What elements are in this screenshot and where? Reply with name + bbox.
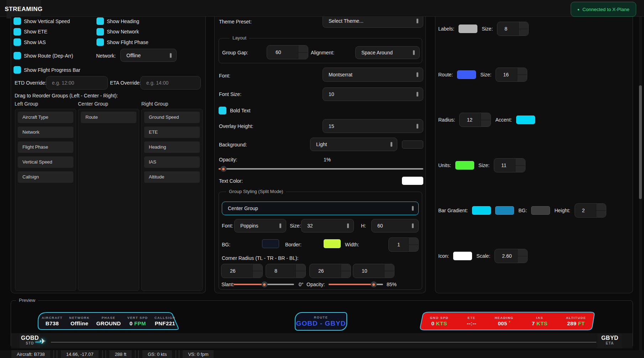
group-item[interactable]: Altitude	[144, 171, 200, 183]
spinner-down-button[interactable]	[517, 75, 527, 82]
corner-radius-bl-input[interactable]: 10	[353, 264, 394, 278]
spinner-up-button[interactable]	[518, 249, 527, 256]
slant-slider[interactable]	[234, 282, 294, 287]
group-item[interactable]: Flight Phase	[18, 141, 73, 153]
radius-input[interactable]: 12	[459, 113, 491, 127]
spinner-up-button[interactable]	[409, 238, 418, 245]
slider-handle-icon[interactable]	[220, 166, 226, 172]
group-item[interactable]: Route	[81, 112, 136, 123]
slider-track[interactable]	[219, 168, 423, 170]
etd-override-input[interactable]	[46, 76, 108, 90]
eta-override-input[interactable]	[140, 76, 201, 90]
spinner-up-button[interactable]	[481, 113, 491, 120]
checkbox-show-heading[interactable]	[96, 17, 104, 25]
checkbox-show-flight-phase[interactable]	[96, 38, 104, 46]
spinner-down-button[interactable]	[515, 166, 525, 172]
checkbox-show-ete[interactable]	[14, 28, 21, 36]
slider-handle-icon[interactable]	[261, 282, 267, 288]
alignment-select[interactable]: Space Around	[355, 46, 420, 59]
slider-handle-icon[interactable]	[371, 282, 377, 288]
dropdown-indicator-icon	[413, 50, 415, 55]
group-bg-swatch[interactable]	[262, 239, 279, 248]
spinner-up-button[interactable]	[384, 264, 394, 271]
route-size-input[interactable]: 16	[496, 68, 527, 82]
route-color-swatch[interactable]	[457, 70, 476, 79]
units-color-row: Units: Size: 11	[438, 158, 530, 172]
spinner-up-button[interactable]	[298, 46, 308, 53]
corner-radius-br-input[interactable]: 26	[309, 264, 351, 278]
group-border-swatch[interactable]	[324, 239, 341, 248]
spinner-up-button[interactable]	[515, 159, 525, 166]
icon-color-swatch[interactable]	[453, 252, 472, 260]
corner-radius-tl-input[interactable]: 26	[221, 264, 263, 278]
spinner-down-button[interactable]	[384, 271, 394, 278]
spinner-up-button[interactable]	[596, 204, 606, 211]
group-item[interactable]: Network	[18, 127, 73, 138]
opacity-slider[interactable]	[219, 166, 423, 172]
spinner-down-button[interactable]	[298, 53, 308, 59]
theme-preset-select[interactable]: Select Theme...	[323, 17, 423, 28]
preview-cell-label: HEADING	[495, 316, 514, 320]
group-item[interactable]: Aircraft Type	[18, 112, 73, 123]
network-select[interactable]: Offline	[120, 49, 177, 62]
group-item[interactable]: Vertical Speed	[18, 156, 73, 168]
border-width-input[interactable]: 1	[388, 237, 419, 252]
bar-height-input[interactable]: 2	[575, 203, 606, 218]
spinner-up-button[interactable]	[519, 22, 528, 29]
spinner-up-button[interactable]	[341, 264, 351, 271]
preview-right-group: GND SPD 0 KTS ETE --:-- HEADING 005 ° IA…	[421, 312, 595, 330]
bar-bg-swatch[interactable]	[531, 206, 550, 215]
group-gap-input[interactable]: 60	[267, 45, 308, 59]
group-opacity-slider[interactable]	[329, 282, 383, 287]
group-item[interactable]: Heading	[144, 141, 200, 153]
group-item[interactable]: Callsign	[18, 171, 73, 183]
checkbox-show-flight-progress-bar[interactable]	[14, 66, 21, 74]
group-item[interactable]: ETE	[144, 127, 200, 138]
bar-gradient-label: Bar Gradient:	[438, 208, 468, 213]
spinner-down-button[interactable]	[519, 29, 528, 36]
corner-radius-tr-value: 8	[274, 268, 277, 274]
group-item[interactable]: Ground Speed	[144, 112, 200, 123]
background-select[interactable]: Light	[310, 138, 397, 151]
units-color-swatch[interactable]	[455, 161, 474, 170]
units-size-value: 11	[501, 162, 507, 168]
accent-color-swatch[interactable]	[516, 116, 535, 124]
group-select[interactable]: Center Group	[222, 202, 419, 215]
spinner-down-button[interactable]	[518, 256, 527, 263]
checkbox-show-vertical-speed[interactable]	[14, 17, 21, 25]
font-select[interactable]: Montserrat	[323, 68, 423, 82]
tab-streaming[interactable]: STREAMING	[6, 0, 41, 18]
spinner-down-button[interactable]	[596, 211, 606, 218]
icon-scale-input[interactable]: 2.60	[494, 249, 528, 263]
checkbox-show-ias[interactable]	[14, 38, 21, 46]
group-size-select[interactable]: 32	[301, 219, 354, 233]
spinner-up-button[interactable]	[296, 264, 305, 271]
group-height-select[interactable]: 60	[371, 219, 419, 233]
checkbox-label: Show Vertical Speed	[24, 18, 70, 24]
units-size-input[interactable]: 11	[494, 158, 525, 172]
font-size-select[interactable]: 10	[323, 87, 423, 101]
text-color-swatch[interactable]	[402, 177, 423, 185]
checkbox-bold-text[interactable]	[219, 107, 226, 114]
spinner-up-button[interactable]	[517, 68, 527, 75]
checkbox-show-route[interactable]	[14, 52, 21, 59]
group-item[interactable]: IAS	[144, 156, 200, 168]
spinner-down-button[interactable]	[481, 120, 491, 127]
preview-cell-value: 005 °	[495, 320, 514, 326]
checkbox-show-network[interactable]	[96, 28, 104, 36]
plane-icon: ✈	[40, 337, 46, 346]
spinner-down-button[interactable]	[253, 271, 262, 278]
spinner-down-button[interactable]	[409, 245, 418, 252]
group-font-select[interactable]: Poppins	[234, 219, 286, 233]
background-color-swatch[interactable]	[402, 140, 423, 149]
overlay-height-select[interactable]: 15	[323, 119, 423, 133]
labels-size-input[interactable]: 8	[497, 22, 529, 36]
bar-gradient-end-swatch[interactable]	[495, 206, 514, 215]
labels-color-swatch[interactable]	[459, 25, 477, 33]
bar-gradient-start-swatch[interactable]	[472, 206, 491, 215]
spinner-up-button[interactable]	[253, 264, 262, 271]
scrollbar-thumb[interactable]	[639, 85, 642, 199]
spinner-down-button[interactable]	[341, 271, 351, 278]
spinner-down-button[interactable]	[296, 271, 305, 278]
corner-radius-tr-input[interactable]: 8	[266, 264, 306, 278]
